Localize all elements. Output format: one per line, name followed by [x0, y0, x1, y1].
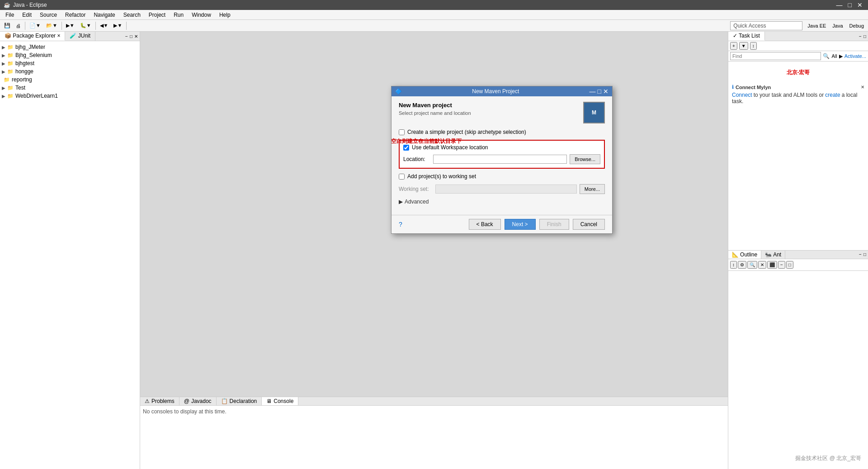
outline-max-icon[interactable]: □ [863, 252, 866, 257]
tab-declaration[interactable]: 📋 Declaration [217, 397, 262, 405]
toolbar-save-btn[interactable]: 💾 [2, 21, 13, 30]
folder-icon: 📁 [7, 85, 14, 91]
tab-package-explorer[interactable]: 📦 Package Explorer × [0, 32, 65, 41]
connect-link[interactable]: Connect [732, 92, 752, 98]
toolbar-print-btn[interactable]: 🖨 [14, 22, 23, 30]
connect-mylyn-close[interactable]: ✕ [861, 85, 864, 90]
menu-help[interactable]: Help [216, 11, 234, 19]
task-new-btn[interactable]: + [730, 42, 737, 50]
outline-btn-4[interactable]: ✕ [758, 261, 766, 269]
more-button[interactable]: More... [580, 184, 605, 194]
browse-button[interactable]: Browse... [570, 154, 600, 164]
panel-collapse-icon[interactable]: − [125, 34, 128, 39]
toolbar-fwd-btn[interactable]: ▶▼ [111, 21, 124, 30]
maximize-button[interactable]: □ [846, 1, 854, 9]
tab-console[interactable]: 🖥 Console [262, 397, 298, 405]
problems-icon: ⚠ [145, 398, 150, 404]
dialog-maximize-btn[interactable]: □ [598, 88, 601, 95]
outline-btn-1[interactable]: ↕ [730, 261, 737, 269]
panel-max-icon[interactable]: □ [130, 34, 132, 39]
use-default-workspace-checkbox[interactable] [403, 145, 409, 151]
toolbar-debug-btn[interactable]: 🐛▼ [78, 21, 94, 30]
tab-javadoc[interactable]: @ Javadoc [179, 397, 217, 405]
tree-item-webdriverlearn1[interactable]: ▶ 📁 WebDriverLearn1 [0, 92, 140, 100]
dialog-title-icons[interactable]: — □ ✕ [590, 88, 609, 95]
connect-mylyn-title: Connect Mylyn [736, 85, 771, 90]
perspective-javaee[interactable]: Java EE [805, 22, 828, 30]
tree-item-bjhg-jmeter[interactable]: ▶ 📁 bjhg_JMeter [0, 43, 140, 51]
menu-file[interactable]: File [2, 11, 18, 19]
dialog-close-btn[interactable]: ✕ [603, 88, 609, 95]
back-button[interactable]: < Back [469, 219, 501, 230]
menu-navigate[interactable]: Navigate [90, 11, 118, 19]
dialog-maven-icon: M [583, 102, 605, 123]
toolbar-new-btn[interactable]: 📄▼ [27, 21, 43, 30]
menu-run[interactable]: Run [170, 11, 187, 19]
task-filter-btn[interactable]: ▼ [739, 42, 748, 50]
dialog-minimize-btn[interactable]: — [590, 88, 596, 95]
outline-btn-5[interactable]: ⬛ [767, 261, 777, 269]
toolbar-sep-1 [25, 22, 25, 30]
working-set-checkbox-row: Add project(s) to working set [399, 173, 605, 180]
tree-item-bjhgtest[interactable]: ▶ 📁 bjhgtest [0, 59, 140, 67]
menu-refactor[interactable]: Refactor [61, 11, 89, 19]
outline-btn-6[interactable]: − [778, 261, 785, 269]
workspace-section: Use default Workspace location Location:… [399, 140, 605, 169]
task-list-max-icon[interactable]: □ [863, 34, 866, 39]
task-all-label: All [831, 53, 837, 59]
working-set-section: Add project(s) to working set Working se… [399, 173, 605, 194]
outline-btn-2[interactable]: ⚙ [738, 261, 746, 269]
menu-window[interactable]: Window [188, 11, 215, 19]
maven-icon-letter: M [592, 109, 596, 116]
outline-btn-3[interactable]: 🔍 [747, 261, 757, 269]
toolbar-run-btn[interactable]: ▶▼ [64, 21, 77, 30]
toolbar-sep-2 [61, 22, 62, 30]
tree-item-bjhg-selenium[interactable]: ▶ 📁 Bjhg_Selenium [0, 51, 140, 59]
advanced-row[interactable]: ▶ Advanced [399, 199, 605, 205]
task-find-input[interactable] [730, 52, 821, 60]
help-button[interactable]: ? [399, 221, 402, 228]
menu-source[interactable]: Source [36, 11, 61, 19]
workspace-checkbox-row: Use default Workspace location [403, 144, 600, 151]
tree-item-reportng[interactable]: 📁 reportng [0, 76, 140, 84]
task-find-bar: 🔍 All ▶ Activate... [728, 51, 868, 62]
working-set-input[interactable] [435, 185, 577, 194]
minimize-button[interactable]: — [835, 1, 844, 9]
tab-junit[interactable]: 🧪 JUnit [65, 32, 95, 41]
toolbar-open-btn[interactable]: 📂▼ [44, 21, 60, 30]
title-bar-controls[interactable]: — □ ✕ [835, 1, 864, 9]
create-link[interactable]: create [825, 92, 840, 98]
simple-project-checkbox[interactable] [399, 129, 405, 135]
tab-problems[interactable]: ⚠ Problems [140, 397, 179, 405]
close-button[interactable]: ✕ [855, 1, 864, 9]
tab-outline[interactable]: 📐 Outline [728, 251, 761, 259]
dialog-body: New Maven project Select project name an… [392, 96, 612, 215]
outline-min-icon[interactable]: − [859, 252, 862, 257]
outline-btn-7[interactable]: □ [786, 261, 793, 269]
menu-edit[interactable]: Edit [19, 11, 35, 19]
location-input[interactable] [433, 155, 567, 164]
console-message: No consoles to display at this time. [143, 408, 226, 415]
task-list-min-icon[interactable]: − [859, 34, 862, 39]
dialog-title-bar: 🔷 New Maven Project — □ ✕ [392, 86, 612, 96]
perspective-debug[interactable]: Debug [847, 22, 866, 30]
tree-item-test[interactable]: ▶ 📁 Test [0, 84, 140, 92]
menu-project[interactable]: Project [145, 11, 169, 19]
perspective-java[interactable]: Java [830, 22, 845, 30]
cancel-button[interactable]: Cancel [573, 219, 605, 230]
task-sort-btn[interactable]: ↕ [750, 42, 757, 50]
tab-task-list[interactable]: ✓ Task List [728, 32, 765, 41]
working-set-checkbox[interactable] [399, 174, 405, 180]
toolbar-back-btn[interactable]: ◀▼ [98, 21, 111, 30]
task-activate-label[interactable]: Activate... [844, 53, 866, 59]
tab-ant[interactable]: 🐜 Ant [761, 251, 785, 259]
tab-declaration-label: Declaration [230, 398, 257, 404]
tree-label: reportng [12, 76, 32, 83]
panel-close-icon[interactable]: ✕ [134, 34, 138, 39]
finish-button[interactable]: Finish [539, 219, 569, 230]
next-button[interactable]: Next > [505, 219, 536, 230]
location-row: Location: Browse... [403, 154, 600, 164]
quick-access-box[interactable]: Quick Access [730, 21, 802, 30]
tree-item-hongge[interactable]: ▶ 📁 hongge [0, 67, 140, 76]
menu-search[interactable]: Search [120, 11, 144, 19]
